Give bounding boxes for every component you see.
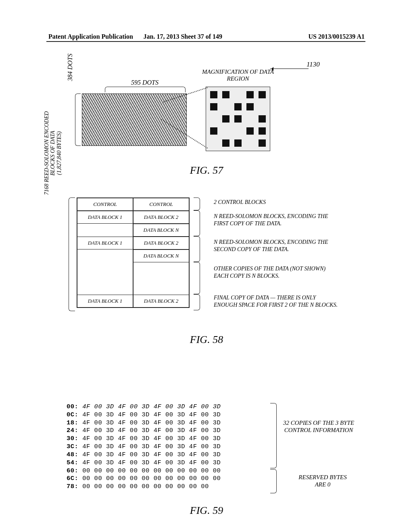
fig57-height-label: 384 DOTS [67, 41, 74, 94]
header-right: US 2013/0015239 A1 [308, 33, 365, 40]
fig58-caption: FIG. 58 [0, 334, 413, 346]
fig58-cell-dbn-a: DATA BLOCK N [133, 224, 189, 237]
fig57-magnified-region [206, 87, 270, 151]
fig59-annot-1: 32 COPIES OF THE 3 BYTE CONTROL INFORMAT… [282, 419, 355, 434]
fig58-annot-1: 2 CONTROL BLOCKS [214, 199, 339, 206]
fig58-annot-5: FINAL COPY OF DATA — THERE IS ONLY ENOUG… [214, 294, 339, 308]
fig58-cell-db1-b: DATA BLOCK 1 [77, 237, 133, 249]
fig57-left-brace [75, 94, 81, 146]
fig57-ref-arrow [270, 69, 309, 69]
header-center: Jan. 17, 2013 Sheet 37 of 149 [144, 33, 223, 40]
fig58-brace-r1 [194, 197, 200, 210]
fig57-ref-num: 1130 [307, 60, 320, 69]
fig58-brace-r5 [194, 294, 200, 310]
fig58-cell-gap-d2 [133, 278, 189, 295]
fig57-mag-label: MAGNIFICATION OF DATA REGION [202, 69, 274, 83]
fig58-annot-4: OTHER COPIES OF THE DATA (NOT SHOWN) EAC… [214, 265, 339, 279]
fig58-annot-3: N REED-SOLOMON BLOCKS, ENCODING THE SECO… [214, 239, 339, 253]
fig58-left-brace [69, 197, 75, 311]
fig58-cell-gap-a [77, 224, 133, 237]
fig58-annot-2: N REED-SOLOMON BLOCKS, ENCODING THE FIRS… [214, 213, 339, 227]
fig58-cell-dbn-b: DATA BLOCK N [133, 249, 189, 262]
fig58-side-label: 7168 REED-SOLOMON ENCODED BLOCKS OF DATA… [44, 105, 62, 202]
fig59-annot-2: RESERVED BYTES ARE 0 [292, 474, 353, 488]
fig58-cell-gap-c2 [133, 262, 189, 278]
fig58-cell-gap-b [77, 249, 133, 262]
fig58-cell-gap-c1 [77, 262, 133, 278]
fig58-cell-gap-d1 [77, 278, 133, 295]
fig58-cell-db2-a: DATA BLOCK 2 [133, 211, 189, 224]
fig58-brace-r4 [194, 262, 200, 294]
fig57-top-brace [105, 87, 186, 92]
page-header: Patent Application Publication Jan. 17, … [0, 33, 413, 40]
fig57-data-region [82, 94, 187, 146]
fig57-width-label: 595 DOTS [111, 79, 179, 86]
fig58-brace-r3 [194, 236, 200, 262]
fig58-brace-r2 [194, 210, 200, 236]
fig58-cell-db1-a: DATA BLOCK 1 [77, 211, 133, 224]
fig59-brace-b [270, 469, 277, 493]
fig58-cell-db1-c: DATA BLOCK 1 [77, 295, 133, 308]
header-left: Patent Application Publication [48, 33, 133, 40]
figure-59: 00: 4F 00 3D 4F 00 3D 4F 00 3D 4F 00 3D … [0, 403, 413, 508]
fig59-brace-a [270, 403, 277, 468]
fig58-cell-control-r: CONTROL [133, 198, 189, 211]
fig58-cell-db2-b: DATA BLOCK 2 [133, 237, 189, 249]
fig59-caption: FIG. 59 [0, 505, 413, 517]
fig58-cell-control-l: CONTROL [77, 198, 133, 211]
header-rule [46, 41, 365, 42]
figure-58: 7168 REED-SOLOMON ENCODED BLOCKS OF DATA… [0, 185, 413, 339]
fig59-hex-dump: 00: 4F 00 3D 4F 00 3D 4F 00 3D 4F 00 3D … [67, 403, 221, 491]
fig58-block-grid: CONTROL CONTROL DATA BLOCK 1 DATA BLOCK … [77, 197, 190, 308]
fig58-cell-db2-c: DATA BLOCK 2 [133, 295, 189, 308]
